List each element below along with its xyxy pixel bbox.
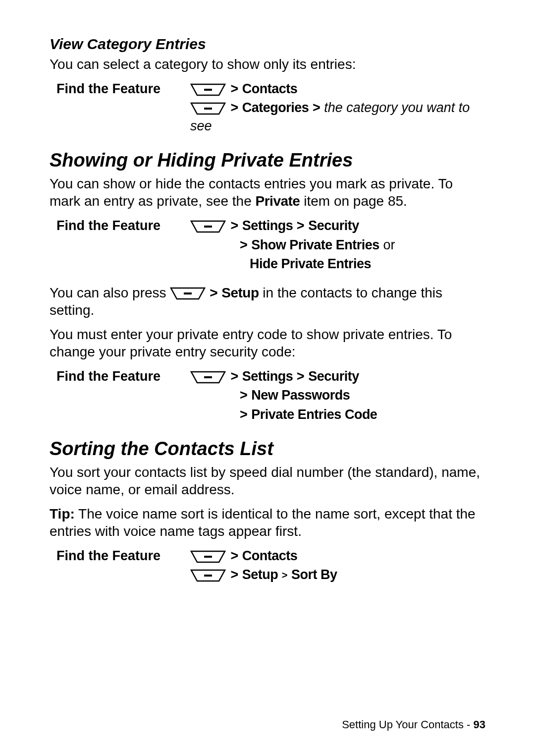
path-contacts: Contacts: [242, 81, 298, 96]
para-must-enter: You must enter your private entry code t…: [50, 326, 485, 360]
gt: >: [231, 81, 239, 96]
para-also-press: You can also press > Setup in the contac…: [50, 284, 485, 319]
path-security: Security: [308, 369, 359, 384]
section-heading-private: Showing or Hiding Private Entries: [50, 150, 485, 171]
para-tip: Tip: The voice name sort is identical to…: [50, 505, 485, 540]
path-settings: Settings: [242, 369, 293, 384]
path-contacts: Contacts: [242, 548, 298, 563]
find-feature-block-4: Find the Feature > Contacts > Setup > So…: [56, 547, 485, 585]
menu-key-icon: [190, 550, 226, 563]
section-heading-sorting: Sorting the Contacts List: [50, 438, 485, 460]
or-text: or: [379, 237, 395, 252]
gt: >: [313, 100, 321, 115]
find-feature-label: Find the Feature: [56, 367, 190, 385]
pre-text: You can also press: [50, 285, 170, 300]
menu-key-icon: [170, 287, 206, 300]
find-feature-label: Find the Feature: [56, 547, 190, 565]
gt: >: [282, 570, 288, 581]
menu-key-icon: [190, 220, 226, 233]
find-feature-label: Find the Feature: [56, 217, 190, 234]
find-feature-block-3: Find the Feature > Settings > Security >…: [56, 367, 485, 424]
page-footer: Setting Up Your Contacts - 93: [342, 718, 485, 731]
menu-key-icon: [190, 569, 226, 582]
path-new-passwords: New Passwords: [251, 388, 350, 403]
menu-key-icon: [190, 102, 226, 115]
path-sortby: Sort By: [291, 567, 337, 582]
gt: >: [297, 218, 305, 233]
path-setup: Setup: [242, 567, 278, 582]
find-feature-block-1: Find the Feature > Contacts > Categories…: [56, 80, 485, 136]
path-security: Security: [308, 218, 359, 233]
para-private-intro: You can show or hide the contacts entrie…: [50, 175, 485, 210]
svg-rect-1: [204, 108, 212, 110]
path-show-private: Show Private Entries: [251, 237, 379, 252]
svg-rect-3: [184, 292, 192, 294]
path-setup: Setup: [221, 285, 259, 300]
gt: >: [231, 567, 239, 582]
find-feature-path: > Contacts > Setup > Sort By: [190, 547, 485, 585]
footer-text: Setting Up Your Contacts -: [342, 718, 473, 731]
page-number: 93: [474, 718, 485, 731]
gt: >: [297, 369, 305, 384]
svg-rect-2: [204, 226, 212, 228]
find-feature-label: Find the Feature: [56, 80, 190, 98]
private-item: Private: [256, 193, 300, 209]
manual-page: View Category Entries You can select a c…: [0, 0, 535, 756]
gt: >: [240, 237, 248, 252]
find-feature-path: > Contacts > Categories > the category y…: [190, 80, 485, 136]
gt: >: [231, 369, 239, 384]
path-categories: Categories: [242, 100, 309, 115]
gt: >: [231, 218, 239, 233]
svg-rect-4: [204, 376, 212, 378]
tip-label: Tip:: [50, 506, 75, 522]
path-settings: Settings: [242, 218, 293, 233]
para-view-category: You can select a category to show only i…: [50, 56, 485, 73]
svg-rect-5: [204, 556, 212, 558]
path-private-code: Private Entries Code: [251, 407, 377, 422]
gt: >: [210, 285, 217, 300]
path-hide-private: Hide Private Entries: [250, 256, 371, 271]
gt: >: [240, 388, 248, 403]
gt: >: [231, 100, 239, 115]
menu-key-icon: [190, 83, 226, 96]
find-feature-block-2: Find the Feature > Settings > Security >…: [56, 217, 485, 274]
find-feature-path: > Settings > Security > Show Private Ent…: [190, 217, 485, 274]
svg-rect-0: [204, 89, 212, 91]
gt: >: [240, 407, 248, 422]
svg-rect-6: [204, 575, 212, 577]
para-private-tail: item on page 85.: [300, 193, 407, 209]
find-feature-path: > Settings > Security > New Passwords > …: [190, 367, 485, 424]
menu-key-icon: [190, 371, 226, 384]
tip-body: The voice name sort is identical to the …: [50, 506, 476, 539]
gt: >: [231, 548, 239, 563]
subsection-heading-view-category: View Category Entries: [50, 36, 485, 53]
para-sort-intro: You sort your contacts list by speed dia…: [50, 464, 485, 498]
